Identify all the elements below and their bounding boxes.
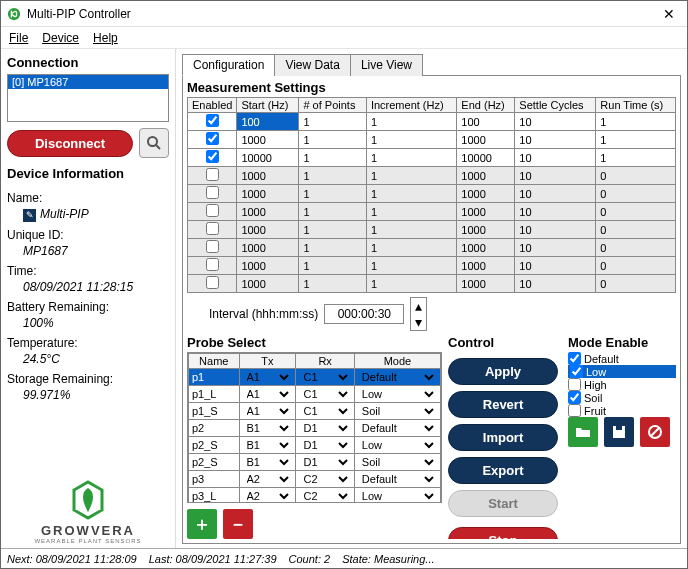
search-button[interactable]: [139, 128, 169, 158]
connection-list[interactable]: [0] MP1687: [7, 74, 169, 122]
enabled-checkbox[interactable]: [206, 114, 219, 127]
mode-select[interactable]: Default: [358, 472, 437, 486]
tx-select[interactable]: A2: [243, 472, 293, 486]
uid-label: Unique ID:: [7, 228, 169, 242]
battery-label: Battery Remaining:: [7, 300, 169, 314]
mode-item[interactable]: Low: [568, 365, 676, 378]
mode-checkbox[interactable]: [568, 404, 581, 417]
rx-select[interactable]: C1: [299, 404, 350, 418]
rx-select[interactable]: C1: [299, 370, 350, 384]
rx-select[interactable]: D1: [299, 421, 350, 435]
apply-button[interactable]: Apply: [448, 358, 558, 385]
edit-icon[interactable]: ✎: [23, 209, 36, 222]
mode-select[interactable]: Soil: [358, 404, 437, 418]
interval-spinner[interactable]: ▴▾: [410, 297, 427, 331]
tx-select[interactable]: A1: [243, 387, 293, 401]
tx-select[interactable]: A2: [243, 489, 293, 503]
mode-select[interactable]: Low: [358, 438, 437, 452]
measurement-row[interactable]: 1000111000100: [188, 275, 676, 293]
enabled-checkbox[interactable]: [206, 132, 219, 145]
interval-input[interactable]: [324, 304, 404, 324]
probe-row[interactable]: p3A2C2Default: [189, 471, 441, 488]
battery-value: 100%: [23, 316, 169, 330]
menu-file[interactable]: File: [9, 31, 28, 45]
mode-select[interactable]: Low: [358, 387, 437, 401]
close-icon[interactable]: ✕: [657, 6, 681, 22]
enabled-checkbox[interactable]: [206, 186, 219, 199]
connection-header: Connection: [7, 55, 169, 70]
add-probe-button[interactable]: ＋: [187, 509, 217, 539]
status-last: 08/09/2021 11:27:39: [176, 553, 277, 565]
enabled-checkbox[interactable]: [206, 204, 219, 217]
start-button[interactable]: Start: [448, 490, 558, 517]
enabled-checkbox[interactable]: [206, 222, 219, 235]
mode-item[interactable]: Soil: [568, 391, 676, 404]
tx-select[interactable]: A1: [243, 404, 293, 418]
measurement-row[interactable]: 1000111000100: [188, 167, 676, 185]
enabled-checkbox[interactable]: [206, 258, 219, 271]
mode-checkbox[interactable]: [568, 391, 581, 404]
menu-device[interactable]: Device: [42, 31, 79, 45]
enabled-checkbox[interactable]: [206, 150, 219, 163]
tab-live-view[interactable]: Live View: [350, 54, 423, 76]
remove-probe-button[interactable]: －: [223, 509, 253, 539]
rx-select[interactable]: D1: [299, 455, 350, 469]
rx-select[interactable]: C2: [299, 489, 350, 503]
cancel-button[interactable]: [640, 417, 670, 447]
mode-item[interactable]: Default: [568, 352, 676, 365]
mode-checkbox[interactable]: [570, 365, 583, 378]
rx-select[interactable]: C1: [299, 387, 350, 401]
probe-row[interactable]: p2_SB1D1Low: [189, 437, 441, 454]
measurement-row[interactable]: 1000111000100: [188, 257, 676, 275]
enabled-checkbox[interactable]: [206, 168, 219, 181]
measurement-row[interactable]: 1000111000100: [188, 203, 676, 221]
rx-select[interactable]: C2: [299, 472, 350, 486]
tab-view-data[interactable]: View Data: [274, 54, 350, 76]
mode-select[interactable]: Default: [358, 421, 437, 435]
mode-item[interactable]: Fruit: [568, 404, 676, 417]
tx-select[interactable]: B1: [243, 421, 293, 435]
probe-row[interactable]: p3_LA2C2Low: [189, 488, 441, 504]
tx-select[interactable]: B1: [243, 438, 293, 452]
export-button[interactable]: Export: [448, 457, 558, 484]
window-title: Multi-PIP Controller: [27, 7, 657, 21]
enabled-checkbox[interactable]: [206, 276, 219, 289]
probe-row[interactable]: p1A1C1Default: [189, 369, 441, 386]
mode-checkbox[interactable]: [568, 378, 581, 391]
import-button[interactable]: Import: [448, 424, 558, 451]
measurement-row[interactable]: 100001110000101: [188, 149, 676, 167]
mode-checkbox[interactable]: [568, 352, 581, 365]
probe-row[interactable]: p1_LA1C1Low: [189, 386, 441, 403]
temp-label: Temperature:: [7, 336, 169, 350]
measurement-table[interactable]: EnabledStart (Hz)# of PointsIncrement (H…: [187, 97, 676, 293]
measurement-row[interactable]: 10011100101: [188, 113, 676, 131]
probe-row[interactable]: p2B1D1Default: [189, 420, 441, 437]
mode-select[interactable]: Low: [358, 489, 437, 503]
measurement-row[interactable]: 1000111000100: [188, 221, 676, 239]
probe-table[interactable]: NameTxRxModep1A1C1Defaultp1_LA1C1Lowp1_S…: [188, 353, 441, 503]
svg-point-1: [148, 137, 157, 146]
mode-enable-header: Mode Enable: [568, 335, 676, 350]
measurement-settings-header: Measurement Settings: [187, 80, 676, 95]
save-button[interactable]: [604, 417, 634, 447]
tab-configuration[interactable]: Configuration: [182, 54, 275, 76]
stop-button[interactable]: Stop: [448, 527, 558, 539]
disconnect-button[interactable]: Disconnect: [7, 130, 133, 157]
measurement-row[interactable]: 1000111000100: [188, 185, 676, 203]
mode-select[interactable]: Soil: [358, 455, 437, 469]
menu-help[interactable]: Help: [93, 31, 118, 45]
probe-row[interactable]: p2_SB1D1Soil: [189, 454, 441, 471]
connection-item[interactable]: [0] MP1687: [8, 75, 168, 89]
mode-select[interactable]: Default: [358, 370, 437, 384]
revert-button[interactable]: Revert: [448, 391, 558, 418]
probe-row[interactable]: p1_SA1C1Soil: [189, 403, 441, 420]
tx-select[interactable]: A1: [243, 370, 293, 384]
tx-select[interactable]: B1: [243, 455, 293, 469]
logo: GROWVERA WEARABLE PLANT SENSORS: [7, 474, 169, 544]
rx-select[interactable]: D1: [299, 438, 350, 452]
enabled-checkbox[interactable]: [206, 240, 219, 253]
measurement-row[interactable]: 1000111000101: [188, 131, 676, 149]
mode-item[interactable]: High: [568, 378, 676, 391]
open-button[interactable]: [568, 417, 598, 447]
measurement-row[interactable]: 1000111000100: [188, 239, 676, 257]
